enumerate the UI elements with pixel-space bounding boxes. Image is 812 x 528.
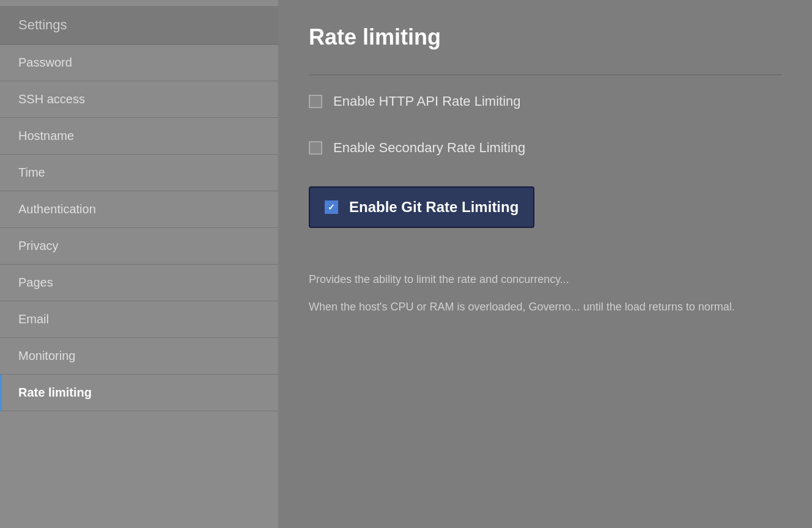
sidebar-item-email[interactable]: Email — [0, 301, 278, 338]
sidebar-item-privacy[interactable]: Privacy — [0, 228, 278, 265]
sidebar-item-monitoring[interactable]: Monitoring — [0, 338, 278, 375]
sidebar-item-ssh-access[interactable]: SSH access — [0, 81, 278, 118]
divider — [309, 75, 781, 75]
secondary-rate-limiting-row: Enable Secondary Rate Limiting — [309, 140, 781, 156]
http-api-checkbox[interactable] — [309, 95, 322, 108]
sidebar-section-header: Settings — [0, 6, 278, 45]
secondary-rate-limiting-checkbox[interactable] — [309, 141, 322, 155]
git-rate-limiting-checkbox[interactable] — [325, 200, 338, 214]
secondary-rate-limiting-label: Enable Secondary Rate Limiting — [333, 140, 525, 156]
sidebar-item-pages[interactable]: Pages — [0, 265, 278, 301]
page-title: Rate limiting — [309, 24, 781, 50]
http-api-rate-limiting-row: Enable HTTP API Rate Limiting — [309, 94, 781, 109]
sidebar: Settings Password SSH access Hostname Ti… — [0, 0, 278, 528]
git-rate-limiting-label: Enable Git Rate Limiting — [349, 199, 519, 216]
description-1: Provides the ability to limit the rate a… — [309, 271, 781, 288]
sidebar-item-authentication[interactable]: Authentication — [0, 191, 278, 228]
description-2: When the host's CPU or RAM is overloaded… — [309, 298, 781, 316]
git-rate-limiting-row: Enable Git Rate Limiting — [309, 186, 534, 228]
sidebar-item-password[interactable]: Password — [0, 45, 278, 81]
sidebar-item-rate-limiting[interactable]: Rate limiting — [0, 375, 278, 411]
http-api-label: Enable HTTP API Rate Limiting — [333, 94, 521, 109]
sidebar-item-time[interactable]: Time — [0, 155, 278, 191]
sidebar-item-hostname[interactable]: Hostname — [0, 118, 278, 155]
main-content: Rate limiting Enable HTTP API Rate Limit… — [278, 0, 812, 528]
